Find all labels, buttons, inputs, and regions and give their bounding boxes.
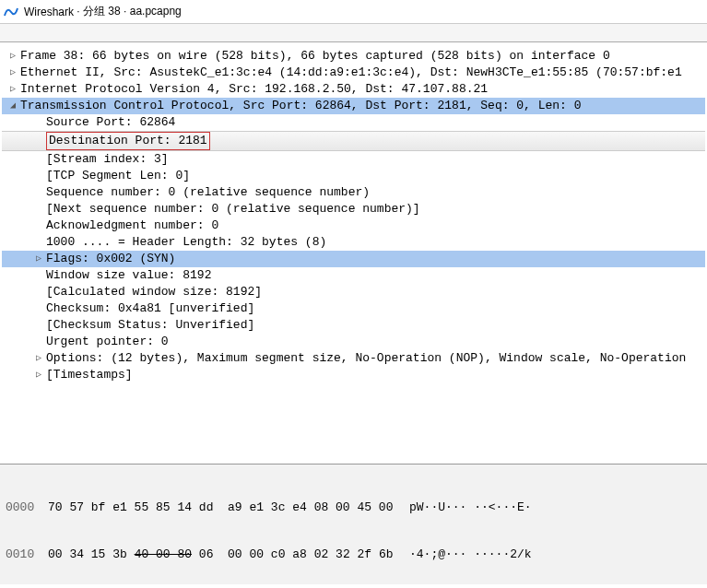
ethernet-line[interactable]: ▷ Ethernet II, Src: AsustekC_e1:3c:e4 (1…	[2, 65, 705, 81]
hex-row-0000[interactable]: 0000 70 57 bf e1 55 85 14 dd a9 e1 3c e4…	[2, 500, 705, 515]
check-status-line[interactable]: [Checksum Status: Unverified]	[2, 317, 705, 334]
urgent-text: Urgent pointer: 0	[46, 334, 169, 350]
eth-text: Ethernet II, Src: AsustekC_e1:3c:e4 (14:…	[20, 65, 682, 81]
check-status-text: [Checksum Status: Unverified]	[46, 317, 254, 334]
timestamps-text: [Timestamps]	[46, 367, 133, 383]
src-port-text: Source Port: 62864	[46, 114, 175, 131]
hdr-len-text: 1000 .... = Header Length: 32 bytes (8)	[46, 234, 326, 251]
chevron-right-icon[interactable]: ▷	[7, 65, 18, 81]
tcp-line[interactable]: ◢ Transmission Control Protocol, Src Por…	[2, 98, 705, 114]
dst-port-text: Destination Port: 2181	[46, 132, 210, 150]
hex-row-0010[interactable]: 0010 00 34 15 3b 40 00 80 06 00 00 c0 a8…	[2, 547, 705, 562]
checksum-text: Checksum: 0x4a81 [unverified]	[46, 300, 254, 317]
chevron-down-icon[interactable]: ◢	[7, 98, 18, 114]
dst-port-line[interactable]: Destination Port: 2181	[2, 131, 705, 151]
next-seq-text: [Next sequence number: 0 (relative seque…	[46, 201, 420, 218]
hex-ascii: ·4·;@··· ·····2/k	[398, 547, 532, 562]
flags-text: Flags: 0x002 (SYN)	[46, 251, 175, 267]
flags-line[interactable]: ▷ Flags: 0x002 (SYN)	[2, 251, 705, 267]
seq-num-line[interactable]: Sequence number: 0 (relative sequence nu…	[2, 184, 705, 201]
hex-ascii: pW··U··· ··<···E·	[398, 500, 532, 515]
app-name: Wireshark	[24, 6, 74, 18]
hex-offset: 0000	[2, 500, 48, 515]
tcp-text: Transmission Control Protocol, Src Port:…	[20, 98, 582, 114]
urgent-line[interactable]: Urgent pointer: 0	[2, 334, 705, 350]
frame-text: Frame 38: 66 bytes on wire (528 bits), 6…	[20, 48, 610, 65]
hex-offset: 0010	[2, 547, 48, 562]
ack-num-line[interactable]: Acknowledgment number: 0	[2, 218, 705, 234]
chevron-right-icon[interactable]: ▷	[7, 81, 18, 98]
options-line[interactable]: ▷ Options: (12 bytes), Maximum segment s…	[2, 350, 705, 367]
next-seq-line[interactable]: [Next sequence number: 0 (relative seque…	[2, 201, 705, 218]
packet-detail-pane[interactable]: ▷ Frame 38: 66 bytes on wire (528 bits),…	[0, 42, 707, 465]
options-text: Options: (12 bytes), Maximum segment siz…	[46, 350, 686, 367]
chevron-right-icon[interactable]: ▷	[7, 48, 18, 65]
stream-idx-text: [Stream index: 3]	[46, 151, 169, 168]
chevron-right-icon[interactable]: ▷	[33, 367, 44, 383]
win-size-text: Window size value: 8192	[46, 267, 211, 284]
hdr-len-line[interactable]: 1000 .... = Header Length: 32 bytes (8)	[2, 234, 705, 251]
calc-win-text: [Calculated window size: 8192]	[46, 284, 262, 300]
seg-len-line[interactable]: [TCP Segment Len: 0]	[2, 168, 705, 184]
window-title-bar: Wireshark · 分组 38 · aa.pcapng	[0, 0, 707, 24]
chevron-right-icon[interactable]: ▷	[33, 251, 44, 267]
stream-index-line[interactable]: [Stream index: 3]	[2, 151, 705, 168]
ip-line[interactable]: ▷ Internet Protocol Version 4, Src: 192.…	[2, 81, 705, 98]
calc-win-line[interactable]: [Calculated window size: 8192]	[2, 284, 705, 300]
window-title: · 分组 38 · aa.pcapng	[77, 4, 181, 19]
tab-strip	[0, 24, 707, 42]
frame-line[interactable]: ▷ Frame 38: 66 bytes on wire (528 bits),…	[2, 48, 705, 65]
wireshark-logo-icon	[4, 5, 18, 19]
src-port-line[interactable]: Source Port: 62864	[2, 114, 705, 131]
ip-text: Internet Protocol Version 4, Src: 192.16…	[20, 81, 488, 98]
timestamps-line[interactable]: ▷ [Timestamps]	[2, 367, 705, 383]
checksum-line[interactable]: Checksum: 0x4a81 [unverified]	[2, 300, 705, 317]
hex-bytes: 00 34 15 3b 40 00 80 06 00 00 c0 a8 02 3…	[48, 547, 398, 562]
seq-num-text: Sequence number: 0 (relative sequence nu…	[46, 184, 370, 201]
hex-dump-pane[interactable]: 0000 70 57 bf e1 55 85 14 dd a9 e1 3c e4…	[0, 465, 707, 584]
ack-num-text: Acknowledgment number: 0	[46, 218, 218, 234]
win-size-line[interactable]: Window size value: 8192	[2, 267, 705, 284]
seg-len-text: [TCP Segment Len: 0]	[46, 168, 190, 184]
chevron-right-icon[interactable]: ▷	[33, 350, 44, 367]
hex-bytes: 70 57 bf e1 55 85 14 dd a9 e1 3c e4 08 0…	[48, 500, 398, 515]
